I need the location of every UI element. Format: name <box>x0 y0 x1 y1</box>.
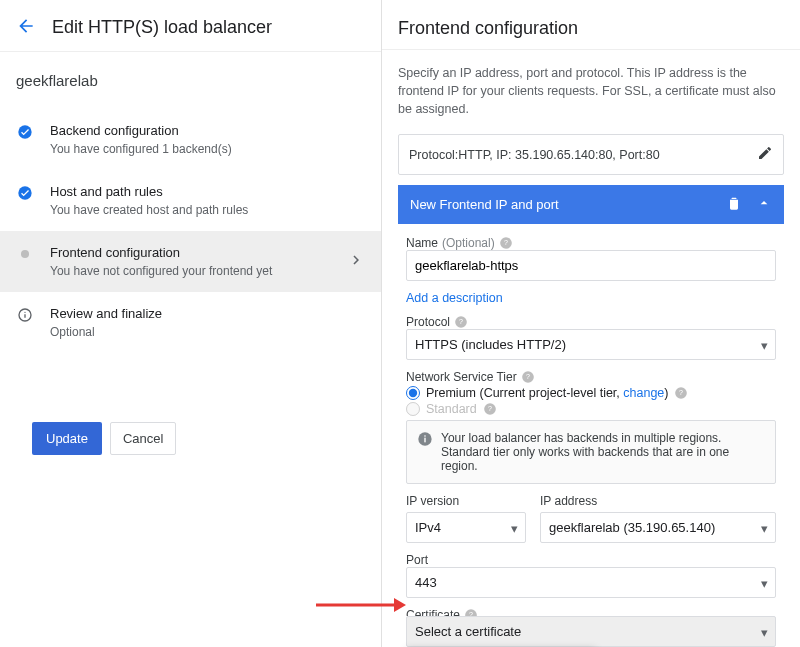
frontend-description: Specify an IP address, port and protocol… <box>382 50 800 128</box>
check-icon <box>16 124 34 140</box>
add-description-link[interactable]: Add a description <box>406 291 776 305</box>
protocol-select[interactable]: HTTPS (includes HTTP/2) <box>406 329 776 360</box>
step-subtitle: You have not configured your frontend ye… <box>50 264 331 278</box>
cancel-button[interactable]: Cancel <box>110 422 176 455</box>
help-icon[interactable]: ? <box>674 386 688 400</box>
check-icon <box>16 185 34 201</box>
frontend-title: Frontend configuration <box>398 18 784 39</box>
svg-text:?: ? <box>459 319 463 326</box>
existing-frontend-row[interactable]: Protocol:HTTP, IP: 35.190.65.140:80, Por… <box>398 134 784 175</box>
tier-change-link[interactable]: change <box>623 386 664 400</box>
svg-text:?: ? <box>680 390 684 397</box>
help-icon[interactable]: ? <box>483 402 497 416</box>
svg-text:?: ? <box>504 240 508 247</box>
ip-version-label: IP version <box>406 494 526 508</box>
tier-standard-radio <box>406 402 420 416</box>
tier-standard-label: Standard <box>426 402 477 416</box>
port-label: Port <box>406 553 776 567</box>
tier-info-message: Your load balancer has backends in multi… <box>406 420 776 484</box>
tier-premium-label: Premium (Current project-level tier, cha… <box>426 386 668 400</box>
svg-rect-16 <box>424 438 425 443</box>
ip-address-select[interactable]: geekflarelab (35.190.65.140) <box>540 512 776 543</box>
new-frontend-header: New Frontend IP and port <box>398 185 784 224</box>
edit-icon[interactable] <box>757 145 773 164</box>
step-review-finalize[interactable]: Review and finalize Optional <box>0 292 381 353</box>
ip-address-label: IP address <box>540 494 776 508</box>
update-button[interactable]: Update <box>32 422 102 455</box>
current-dot-icon <box>16 246 34 258</box>
tier-premium-radio[interactable] <box>406 386 420 400</box>
network-tier-label: Network Service Tier ? <box>406 370 776 384</box>
arrow-right-icon <box>347 251 365 272</box>
existing-frontend-summary: Protocol:HTTP, IP: 35.190.65.140:80, Por… <box>409 148 660 162</box>
port-select[interactable]: 443 <box>406 567 776 598</box>
help-icon[interactable]: ? <box>499 236 513 250</box>
name-input[interactable] <box>406 250 776 281</box>
step-title: Backend configuration <box>50 123 365 138</box>
collapse-icon[interactable] <box>756 195 772 214</box>
protocol-label: Protocol ? <box>406 315 776 329</box>
step-subtitle: You have created host and path rules <box>50 203 365 217</box>
step-title: Frontend configuration <box>50 245 331 260</box>
help-icon[interactable]: ? <box>454 315 468 329</box>
step-frontend-configuration[interactable]: Frontend configuration You have not conf… <box>0 231 381 292</box>
ip-version-select[interactable]: IPv4 <box>406 512 526 543</box>
step-backend-configuration[interactable]: Backend configuration You have configure… <box>0 109 381 170</box>
info-icon <box>417 431 433 473</box>
svg-point-1 <box>18 186 31 199</box>
page-title: Edit HTTP(S) load balancer <box>52 17 272 38</box>
new-frontend-title: New Frontend IP and port <box>410 197 559 212</box>
help-icon[interactable]: ? <box>521 370 535 384</box>
svg-text:?: ? <box>488 406 492 413</box>
step-title: Review and finalize <box>50 306 365 321</box>
certificate-select[interactable]: Select a certificate <box>406 616 776 647</box>
svg-point-0 <box>18 125 31 138</box>
back-arrow-icon[interactable] <box>16 16 36 39</box>
step-subtitle: Optional <box>50 325 365 339</box>
name-label: Name (Optional) ? <box>406 236 776 250</box>
help-icon[interactable]: ? <box>464 608 478 616</box>
step-subtitle: You have configured 1 backend(s) <box>50 142 365 156</box>
step-title: Host and path rules <box>50 184 365 199</box>
svg-point-17 <box>424 436 426 438</box>
step-host-path-rules[interactable]: Host and path rules You have created hos… <box>0 170 381 231</box>
svg-text:?: ? <box>526 374 530 381</box>
info-icon <box>16 307 34 323</box>
delete-icon[interactable] <box>726 195 742 214</box>
load-balancer-name: geekflarelab <box>0 52 381 101</box>
certificate-label: Certificate ? <box>406 608 776 616</box>
svg-point-4 <box>24 312 25 313</box>
